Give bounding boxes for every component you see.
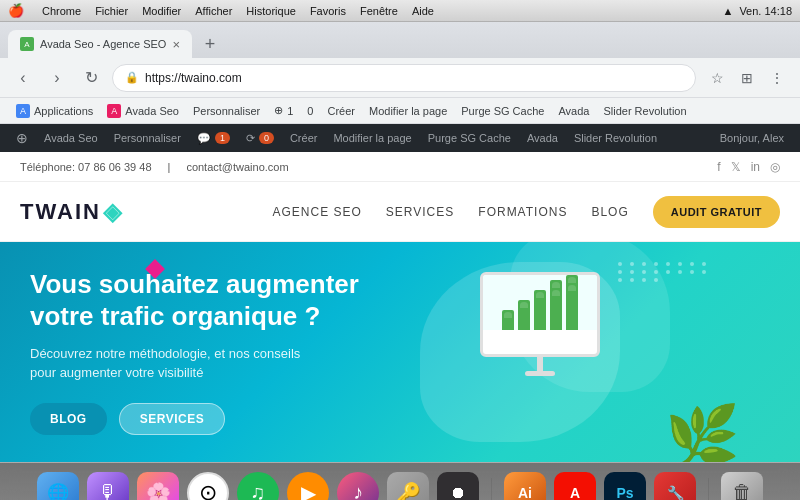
url-text: https://twaino.com [145, 71, 242, 85]
plant-bar-5 [566, 275, 578, 330]
apple-menu[interactable]: 🍎 [8, 3, 24, 18]
bookmark-count2[interactable]: 0 [301, 103, 319, 119]
instagram-icon[interactable]: ◎ [770, 160, 780, 174]
hero-section: Vous souhaitez augmenter votre trafic or… [0, 242, 800, 462]
trash-icon: 🗑 [732, 481, 752, 500]
wp-new-label: Créer [290, 132, 318, 144]
menu-fichier[interactable]: Fichier [95, 5, 128, 17]
phone-info: Téléphone: 07 86 06 39 48 [20, 161, 152, 173]
chrome-actions: ☆ ⊞ ⋮ [704, 65, 790, 91]
bookmark-personnaliser-label: Personnaliser [193, 105, 260, 117]
dock-obs[interactable]: ⏺ [437, 472, 479, 501]
wp-updates-icon: ⟳ [246, 132, 255, 145]
bookmark-purge[interactable]: Purge SG Cache [455, 103, 550, 119]
bookmark-star-button[interactable]: ☆ [704, 65, 730, 91]
bookmark-purge-label: Purge SG Cache [461, 105, 544, 117]
plant-bar-1 [502, 310, 514, 330]
bookmark-wp-icon: ⊕ [274, 104, 283, 117]
photoshop-icon: Ps [616, 485, 633, 501]
hero-blog-button[interactable]: BLOG [30, 403, 107, 435]
unknown1-icon: 🔑 [396, 481, 421, 501]
computer-illustration [480, 272, 600, 376]
bookmark-apps-icon: A [16, 104, 30, 118]
facebook-icon[interactable]: f [717, 160, 720, 174]
bookmark-avada-icon: A [107, 104, 121, 118]
forward-button[interactable]: › [44, 65, 70, 91]
site-logo[interactable]: TWAIN ◈ [20, 198, 123, 226]
bookmark-creer[interactable]: Créer [321, 103, 361, 119]
mac-menubar: 🍎 Chrome Fichier Modifier Afficher Histo… [0, 0, 800, 22]
wp-edit-page[interactable]: Modifier la page [325, 124, 419, 152]
bookmark-count1-label: 1 [287, 105, 293, 117]
tab-close-button[interactable]: × [172, 37, 180, 52]
nav-blog[interactable]: BLOG [591, 205, 628, 219]
menu-chrome[interactable]: Chrome [42, 5, 81, 17]
bookmark-avada[interactable]: A Avada Seo [101, 102, 185, 120]
dock-photos[interactable]: 🌸 [137, 472, 179, 501]
dock-illustrator[interactable]: Ai [504, 472, 546, 501]
bookmark-avada2[interactable]: Avada [552, 103, 595, 119]
url-bar[interactable]: 🔒 https://twaino.com [112, 64, 696, 92]
menu-favoris[interactable]: Favoris [310, 5, 346, 17]
photos-icon: 🌸 [146, 481, 171, 501]
wp-avada[interactable]: Avada [519, 124, 566, 152]
new-tab-button[interactable]: + [196, 30, 224, 58]
plant-right-illustration: 🌿 [665, 401, 740, 462]
dock-unknown1[interactable]: 🔑 [387, 472, 429, 501]
dock-utility[interactable]: 🔧 [654, 472, 696, 501]
linkedin-icon[interactable]: in [751, 160, 760, 174]
wp-comments[interactable]: 💬 1 [189, 124, 238, 152]
wp-logo-item[interactable]: ⊕ [8, 124, 36, 152]
hero-title: Vous souhaitez augmenter votre trafic or… [30, 269, 359, 331]
back-button[interactable]: ‹ [10, 65, 36, 91]
active-tab[interactable]: A Avada Seo - Agence SEO × [8, 30, 192, 58]
dock-finder[interactable]: 🌐 [37, 472, 79, 501]
wp-new[interactable]: Créer [282, 124, 326, 152]
bookmark-applications[interactable]: A Applications [10, 102, 99, 120]
menu-afficher[interactable]: Afficher [195, 5, 232, 17]
wp-updates[interactable]: ⟳ 0 [238, 124, 282, 152]
bookmark-slider[interactable]: Slider Revolution [597, 103, 692, 119]
dock-itunes[interactable]: ♪ [337, 472, 379, 501]
hero-dots-decoration [618, 262, 710, 282]
hero-services-button[interactable]: SERVICES [119, 403, 225, 435]
menu-historique[interactable]: Historique [246, 5, 296, 17]
wp-purge-cache[interactable]: Purge SG Cache [420, 124, 519, 152]
wp-site-name[interactable]: Avada Seo [36, 124, 106, 152]
ssl-lock-icon: 🔒 [125, 71, 139, 84]
wp-slider[interactable]: Slider Revolution [566, 124, 665, 152]
dock-siri[interactable]: 🎙 [87, 472, 129, 501]
dock-vlc[interactable]: ▶ [287, 472, 329, 501]
plant-bar-2 [518, 300, 530, 330]
bookmark-personnaliser[interactable]: Personnaliser [187, 103, 266, 119]
nav-agence-seo[interactable]: AGENCE SEO [272, 205, 361, 219]
dock-acrobat[interactable]: A [554, 472, 596, 501]
dock-photoshop[interactable]: Ps [604, 472, 646, 501]
chrome-menu-button[interactable]: ⋮ [764, 65, 790, 91]
menu-modifier[interactable]: Modifier [142, 5, 181, 17]
menu-aide[interactable]: Aide [412, 5, 434, 17]
dock-trash[interactable]: 🗑 [721, 472, 763, 501]
dock-spotify[interactable]: ♫ [237, 472, 279, 501]
bookmark-modifier-label: Modifier la page [369, 105, 447, 117]
ai-icon: Ai [518, 485, 532, 501]
mac-dock: 🌐 🎙 🌸 ⊙ ♫ ▶ ♪ 🔑 ⏺ Ai A Ps 🔧 🗑 [0, 462, 800, 500]
dock-chrome[interactable]: ⊙ [187, 472, 229, 501]
plant-bar-4 [550, 280, 562, 330]
nav-formations[interactable]: FORMATIONS [478, 205, 567, 219]
wp-comments-badge: 1 [215, 132, 230, 144]
wp-customize[interactable]: Personnaliser [106, 124, 189, 152]
logo-symbol: ◈ [103, 198, 123, 226]
chrome-icon: ⊙ [199, 480, 217, 501]
menu-fenetre[interactable]: Fenêtre [360, 5, 398, 17]
reload-button[interactable]: ↻ [78, 65, 104, 91]
nav-services[interactable]: SERVICES [386, 205, 454, 219]
extensions-button[interactable]: ⊞ [734, 65, 760, 91]
bookmark-modifier[interactable]: Modifier la page [363, 103, 453, 119]
twitter-icon[interactable]: 𝕏 [731, 160, 741, 174]
monitor-stand [537, 357, 543, 371]
audit-gratuit-button[interactable]: AUDIT GRATUIT [653, 196, 780, 228]
bookmark-avada-label: Avada Seo [125, 105, 179, 117]
bookmark-count1[interactable]: ⊕ 1 [268, 102, 299, 119]
nav-links: AGENCE SEO SERVICES FORMATIONS BLOG AUDI… [272, 196, 780, 228]
